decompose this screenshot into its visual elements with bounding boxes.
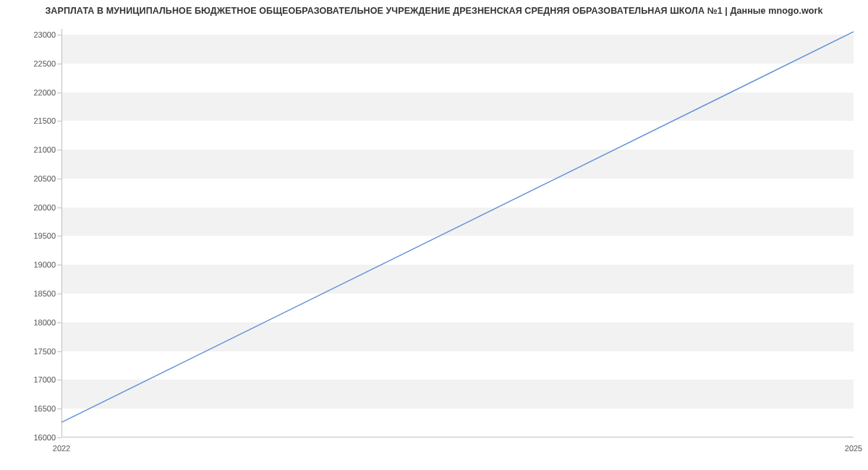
y-tick-mark bbox=[57, 409, 61, 409]
series-line bbox=[61, 32, 854, 422]
chart-title: ЗАРПЛАТА В МУНИЦИПАЛЬНОЕ БЮДЖЕТНОЕ ОБЩЕО… bbox=[0, 6, 868, 16]
y-tick-mark bbox=[57, 351, 61, 352]
y-tick-mark bbox=[57, 150, 61, 150]
y-tick-mark bbox=[57, 179, 61, 179]
y-tick-mark bbox=[57, 265, 61, 265]
x-tick-label: 2025 bbox=[845, 437, 862, 453]
y-tick-mark bbox=[57, 208, 61, 208]
y-tick-mark bbox=[57, 322, 61, 323]
y-tick-mark bbox=[57, 294, 61, 294]
plot-area: 1600016500170001750018000185001900019500… bbox=[61, 29, 854, 437]
y-tick-mark bbox=[57, 121, 61, 121]
line-layer bbox=[61, 29, 854, 437]
chart-container: ЗАРПЛАТА В МУНИЦИПАЛЬНОЕ БЮДЖЕТНОЕ ОБЩЕО… bbox=[0, 0, 868, 470]
y-tick-mark bbox=[57, 93, 61, 93]
x-tick-label: 2022 bbox=[53, 437, 70, 453]
y-tick-mark bbox=[57, 236, 61, 236]
y-tick-mark bbox=[57, 380, 61, 380]
y-tick-mark bbox=[57, 64, 61, 64]
y-tick-mark bbox=[57, 35, 61, 35]
